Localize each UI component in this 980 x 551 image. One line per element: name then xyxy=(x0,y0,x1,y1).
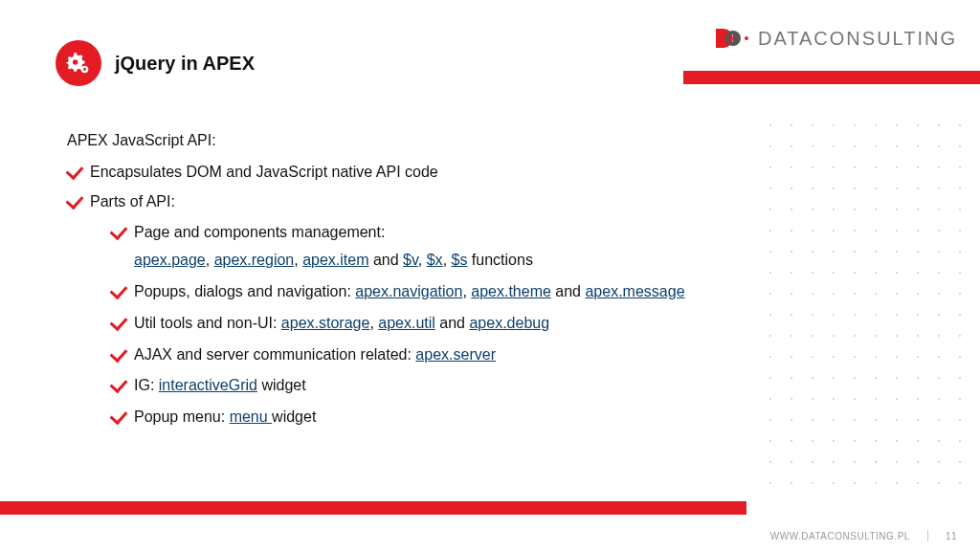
gears-icon xyxy=(56,40,101,86)
api-link[interactable]: apex.item xyxy=(302,252,368,268)
api-link[interactable]: apex.message xyxy=(585,283,684,299)
api-link[interactable]: apex.theme xyxy=(471,283,551,299)
bullet-item: Parts of API: Page and components manage… xyxy=(67,190,836,430)
api-link[interactable]: apex.server xyxy=(415,346,496,363)
api-link[interactable]: interactiveGrid xyxy=(159,377,257,393)
slide-title: jQuery in APEX xyxy=(115,53,255,75)
brand-logo: DATACONSULTING xyxy=(714,27,957,50)
footer-separator xyxy=(927,530,928,541)
bullet-item: Popups, dialogs and navigation: apex.nav… xyxy=(111,280,836,304)
page-number: 11 xyxy=(946,531,957,541)
api-link[interactable]: apex.page xyxy=(134,252,206,268)
api-link[interactable]: apex.storage xyxy=(281,315,370,331)
bullet-item: Popup menu: menu widget xyxy=(111,406,836,430)
brand-text: DATACONSULTING xyxy=(758,28,957,50)
slide-content: APEX JavaScript API: Encapsulates DOM an… xyxy=(67,129,836,437)
api-link[interactable]: $x xyxy=(427,252,443,268)
bullet-item: AJAX and server communication related: a… xyxy=(111,343,836,367)
bullet-item: Util tools and non-UI: apex.storage, ape… xyxy=(111,312,836,336)
footer-url: WWW.DATACONSULTING.PL xyxy=(770,531,910,541)
api-link[interactable]: menu xyxy=(230,408,272,425)
brand-mark-icon xyxy=(714,27,752,50)
slide-title-row: jQuery in APEX xyxy=(56,40,255,86)
bullet-item: IG: interactiveGrid widget xyxy=(111,374,836,398)
bottom-accent-bar xyxy=(0,501,746,515)
bullet-item: Encapsulates DOM and JavaScript native A… xyxy=(67,161,836,185)
bullet-item: Page and components management: apex.pag… xyxy=(111,221,836,273)
footer: WWW.DATACONSULTING.PL 11 xyxy=(770,530,957,541)
api-link[interactable]: $v xyxy=(403,252,418,268)
api-link[interactable]: apex.region xyxy=(214,252,295,268)
api-link[interactable]: apex.debug xyxy=(469,315,549,331)
lead-text: APEX JavaScript API: xyxy=(67,129,836,153)
api-link[interactable]: $s xyxy=(452,252,468,268)
svg-point-0 xyxy=(745,36,748,40)
svg-point-2 xyxy=(83,68,86,71)
api-link[interactable]: apex.navigation xyxy=(355,283,462,299)
top-accent-bar xyxy=(683,71,980,84)
api-link[interactable]: apex.util xyxy=(378,315,435,331)
